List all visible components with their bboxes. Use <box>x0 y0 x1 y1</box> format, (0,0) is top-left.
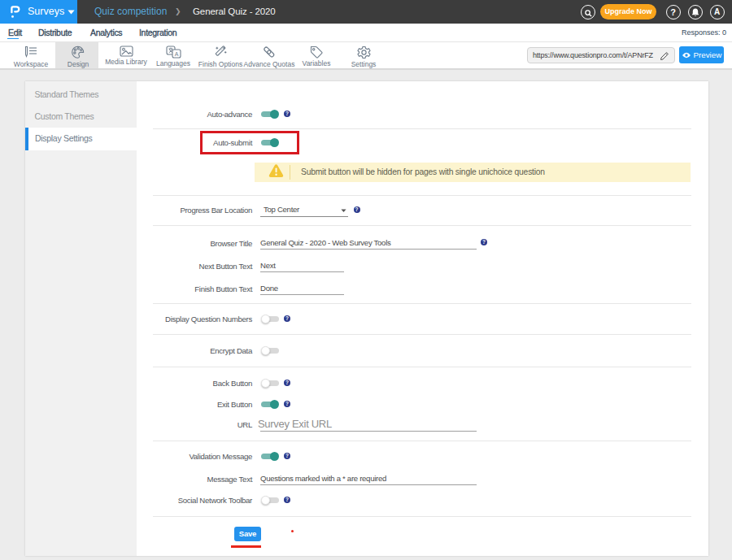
svg-text:A: A <box>174 51 178 57</box>
